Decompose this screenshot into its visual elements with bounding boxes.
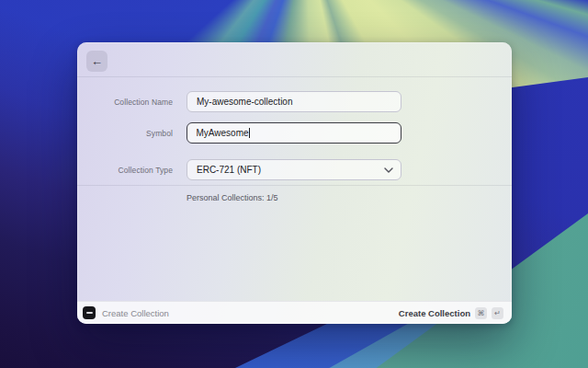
personal-collections-quota: Personal Collections: 1/5 <box>187 193 512 202</box>
collection-name-label: Collection Name <box>77 98 173 107</box>
symbol-input[interactable]: MyAwesome <box>187 122 401 144</box>
collection-type-label: Collection Type <box>77 166 173 175</box>
collection-name-row: Collection Name My-awesome-collection <box>77 91 512 112</box>
symbol-value: MyAwesome <box>197 128 249 138</box>
collection-name-value: My-awesome-collection <box>197 97 292 107</box>
app-logo-icon <box>83 306 96 319</box>
dialog-body: Collection Name My-awesome-collection Sy… <box>77 77 512 301</box>
back-arrow-icon: ← <box>91 54 103 68</box>
footer-context-label: Create Collection <box>102 308 169 318</box>
collection-type-value: ERC-721 (NFT) <box>197 165 261 175</box>
symbol-label: Symbol <box>77 129 173 138</box>
logo-dash-glyph <box>86 312 93 314</box>
create-collection-action[interactable]: Create Collection <box>399 308 470 318</box>
command-key-icon: ⌘ <box>475 307 487 319</box>
text-caret <box>249 128 250 138</box>
return-key-icon: ↵ <box>492 307 503 319</box>
section-divider <box>77 185 512 186</box>
create-collection-dialog: ← Collection Name My-awesome-collection … <box>77 42 512 324</box>
symbol-row: Symbol MyAwesome <box>77 122 512 144</box>
collection-type-row: Collection Type ERC-721 (NFT) <box>77 159 512 180</box>
collection-name-input[interactable]: My-awesome-collection <box>187 91 401 112</box>
dialog-header: ← <box>77 42 512 77</box>
back-button[interactable]: ← <box>86 51 107 72</box>
chevron-down-icon <box>384 167 393 173</box>
collection-type-select[interactable]: ERC-721 (NFT) <box>187 159 401 180</box>
dialog-footer: Create Collection Create Collection ⌘ ↵ <box>77 301 512 324</box>
